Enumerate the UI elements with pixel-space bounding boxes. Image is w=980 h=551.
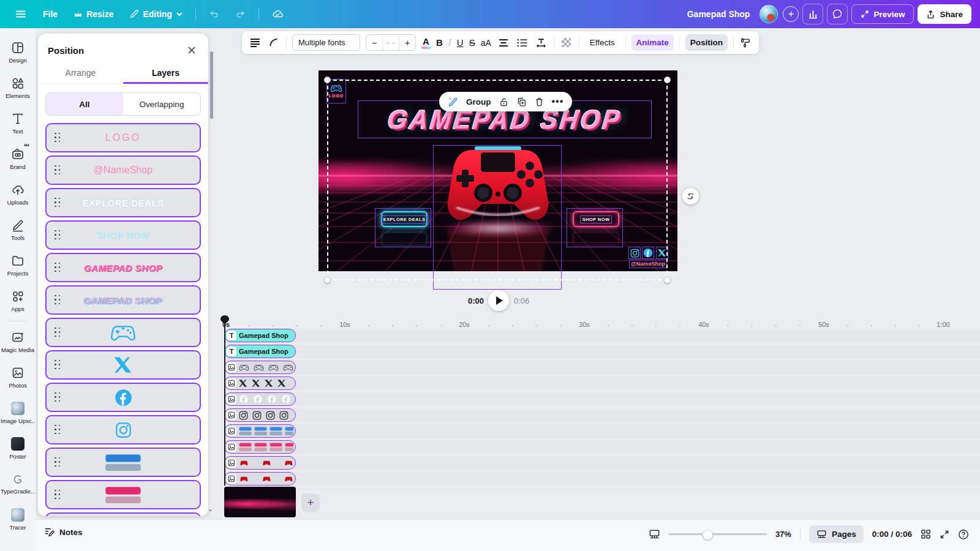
track-x-icons[interactable] <box>224 377 296 390</box>
sidebar-item-tools[interactable]: Tools <box>1 212 35 247</box>
rotate-handle[interactable] <box>682 188 699 204</box>
preview-button[interactable]: Preview <box>851 4 914 24</box>
selection-handle-top-right[interactable] <box>664 77 671 83</box>
position-button[interactable]: Position <box>685 34 728 51</box>
italic-button[interactable]: I <box>448 37 451 48</box>
track-text-gamepad-shop-1[interactable]: T Gamepad Shop <box>224 329 296 342</box>
fullscreen-button[interactable] <box>940 530 949 539</box>
sidebar-item-tracer[interactable]: Tracer <box>1 501 35 537</box>
track-instagram-icons[interactable] <box>224 408 296 422</box>
copy-style-button[interactable] <box>739 36 753 50</box>
scrollbar-thumb[interactable] <box>210 51 213 119</box>
play-button[interactable] <box>488 290 509 311</box>
undo-button[interactable] <box>202 5 225 23</box>
track-gamepad-icons[interactable] <box>224 361 296 374</box>
sidebar-item-magic-media[interactable]: Magic Media <box>1 324 35 359</box>
selection-handle-bottom-left[interactable] <box>324 277 331 283</box>
sidebar-item-uploads[interactable]: Uploads <box>1 176 35 212</box>
track-text-gamepad-shop-2[interactable]: T Gamepad Shop <box>224 345 296 358</box>
filter-all[interactable]: All <box>46 93 123 115</box>
magic-edit-icon[interactable] <box>448 96 459 107</box>
animate-button[interactable]: Animate <box>631 34 674 51</box>
track-facebook-icons[interactable] <box>224 392 296 406</box>
selection-handle-bottom-right[interactable] <box>664 277 671 283</box>
resize-menu[interactable]: Resize <box>67 6 119 23</box>
close-panel-button[interactable] <box>185 43 198 57</box>
sidebar-item-typegradient[interactable]: TypeGradie... <box>1 466 35 501</box>
layer-instagram-icon[interactable] <box>45 415 201 444</box>
explore-deals-button[interactable]: EXPLORE DEALS <box>381 211 428 227</box>
text-style-icon[interactable] <box>248 36 262 50</box>
red-controller-image[interactable] <box>437 145 559 231</box>
layer-x-icon[interactable] <box>45 350 201 380</box>
file-menu[interactable]: File <box>37 6 64 23</box>
track-pink-buttons[interactable] <box>224 440 296 454</box>
track-red-controller-1[interactable] <box>224 456 296 470</box>
insights-button[interactable] <box>802 4 823 24</box>
text-case-button[interactable]: aA <box>481 38 491 48</box>
shop-now-button[interactable]: SHOP NOW <box>573 211 619 227</box>
alignment-button[interactable] <box>497 36 510 50</box>
grid-view-button[interactable] <box>921 529 931 539</box>
canvas-handle-element[interactable]: @NameShop <box>629 260 667 268</box>
bold-button[interactable]: B <box>436 37 443 48</box>
editing-mode-dropdown[interactable]: Editing <box>123 6 189 23</box>
sidebar-item-poster[interactable]: Poster <box>1 430 35 466</box>
canvas-instagram-element[interactable] <box>628 247 641 259</box>
font-size-value[interactable]: - - <box>382 35 399 50</box>
filter-overlapping[interactable]: Overlapping <box>123 93 200 115</box>
scroll-down-icon[interactable]: ⌄ <box>208 505 213 513</box>
transparency-button[interactable] <box>560 36 573 50</box>
duration-view-icon[interactable] <box>649 529 660 539</box>
text-color-button[interactable]: A <box>421 37 431 49</box>
layer-logo[interactable]: LOGO <box>45 123 201 152</box>
page-thumbnail[interactable] <box>224 487 296 517</box>
layer-facebook-icon[interactable] <box>45 383 201 412</box>
zoom-slider[interactable] <box>669 530 767 539</box>
font-family-select[interactable]: Multiple fonts <box>292 34 360 51</box>
layer-gamepad-icon[interactable] <box>45 318 201 347</box>
strikethrough-button[interactable]: S <box>469 37 475 48</box>
help-button[interactable] <box>958 529 969 540</box>
playhead-pin[interactable] <box>221 315 229 324</box>
add-page-button[interactable]: + <box>301 493 320 512</box>
share-button[interactable]: Share <box>918 4 971 24</box>
redo-button[interactable] <box>229 5 252 23</box>
track-blue-buttons[interactable] <box>224 424 296 438</box>
font-size-decrease[interactable]: − <box>366 35 382 50</box>
list-button[interactable] <box>516 36 529 50</box>
canvas-logo-element[interactable]: LOGO <box>326 79 346 103</box>
zoom-slider-track[interactable] <box>669 533 767 535</box>
lock-button[interactable] <box>499 97 509 107</box>
track-red-controller-2[interactable] <box>224 472 296 485</box>
zoom-level[interactable]: 37% <box>775 530 791 539</box>
avatar[interactable] <box>760 5 778 23</box>
layer-pink-button[interactable] <box>45 480 201 509</box>
text-spacing-button[interactable] <box>535 36 548 50</box>
main-menu-button[interactable] <box>9 4 33 24</box>
layer-red-controller[interactable] <box>45 512 201 516</box>
notes-button[interactable]: Notes <box>44 527 83 537</box>
canvas-x-element[interactable] <box>656 247 668 259</box>
layer-gamepad-shop-2[interactable]: GAMEPAD SHOP <box>45 285 201 315</box>
sidebar-item-brand[interactable]: Brand <box>1 141 35 176</box>
font-size-increase[interactable]: + <box>399 35 415 50</box>
selection-handle-top-left[interactable] <box>324 77 331 83</box>
delete-button[interactable] <box>534 97 545 107</box>
sidebar-item-design[interactable]: Design <box>1 34 35 70</box>
pages-toggle-button[interactable]: Pages <box>809 525 864 543</box>
layer-gamepad-shop-1[interactable]: GAMEPAD SHOP <box>45 253 201 282</box>
sidebar-item-photos[interactable]: Photos <box>1 359 35 395</box>
sidebar-item-apps[interactable]: Apps <box>1 283 35 318</box>
layer-blue-button[interactable] <box>45 448 201 477</box>
comments-button[interactable] <box>827 4 848 24</box>
canvas-facebook-element[interactable] <box>642 247 654 259</box>
cloud-save-status[interactable] <box>265 4 290 24</box>
layer-nameshop[interactable]: @NameShop <box>45 156 201 185</box>
tab-layers[interactable]: Layers <box>123 62 208 83</box>
sidebar-item-elements[interactable]: Elements <box>1 70 35 105</box>
layer-explore-deals[interactable]: EXPLORE DEALS <box>45 188 201 217</box>
curve-text-icon[interactable] <box>267 36 281 50</box>
document-title[interactable]: Gamepad Shop <box>687 9 750 19</box>
sidebar-item-projects[interactable]: Projects <box>1 247 35 283</box>
